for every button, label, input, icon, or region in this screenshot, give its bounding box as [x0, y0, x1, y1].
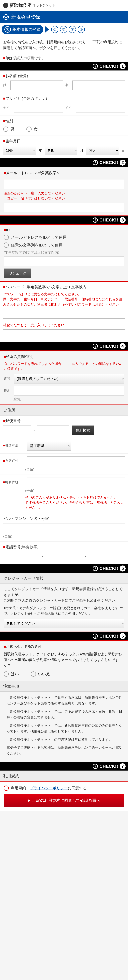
name-field: ■お名前 (全角) 姓 名	[0, 70, 128, 93]
check-badge-2: iCHECK!!2	[0, 158, 128, 167]
step-2: ②	[51, 26, 58, 33]
logo-icon	[3, 3, 8, 8]
page-title-bar: 新規会員登録	[0, 11, 128, 23]
step-1-active: ① 基本情報の登録	[2, 25, 43, 34]
notices-list: ・「新歌舞伎座ネットチケット」で販売する座席は、新歌舞伎座テレホン予約センター及…	[0, 692, 128, 762]
city-field: ■市区町村 (全角)	[0, 453, 128, 475]
firstname-input[interactable]	[73, 81, 125, 90]
gender-male-radio[interactable]: 男	[3, 127, 14, 132]
kana-field: ■フリガナ (全角カタカナ) セイ メイ	[0, 93, 128, 116]
page-title: 新規会員登録	[11, 14, 40, 20]
id-input[interactable]	[3, 256, 125, 266]
arrow-icon	[45, 26, 49, 33]
zip1-input[interactable]	[3, 426, 31, 435]
check-badge-4: iCHECK!!4	[0, 342, 128, 350]
birth-year-select[interactable]: 1984	[3, 146, 36, 155]
lastname-kana-input[interactable]	[14, 103, 63, 113]
secret-question-select[interactable]: (質問を選択してください)	[14, 374, 125, 383]
town-input[interactable]	[27, 477, 125, 487]
birth-day-select[interactable]: 選択	[86, 146, 119, 155]
zip-field: ■郵便番号 - 住所検索	[0, 415, 128, 438]
pref-field: ■都道府県都道府県	[0, 438, 128, 453]
agree-section: 利用規約、プライバシーポリシーに同意する 上記の利用規約に同意して確認画面へ	[0, 781, 128, 811]
checkbox-icon	[3, 786, 9, 791]
firstname-kana-input[interactable]	[76, 103, 125, 113]
birth-field: ■生年月日 1984年 選択月 選択日	[0, 136, 128, 158]
required-note: ■印は必須入力項目です。	[0, 54, 128, 62]
pr-yes-radio[interactable]: はい	[3, 671, 19, 677]
password-confirm-input[interactable]	[3, 329, 125, 339]
address-search-button[interactable]: 住所検索	[72, 426, 94, 435]
secret-section: ■秘密の質問/答え ID、パスワードを忘れてしまった場合に、ご本人であることの確…	[0, 350, 128, 405]
creditcard-section: クレジットカード情報 ここでクレジットカード情報を入力せずに新規会員登録を続ける…	[0, 573, 128, 632]
check-badge-1: iCHECK!!1	[0, 62, 128, 70]
prefecture-select[interactable]: 都道府県	[27, 441, 71, 450]
check-badge-6: iCHECK!!6	[0, 632, 128, 640]
agree-checkbox[interactable]: 利用規約、プライバシーポリシーに同意する	[3, 786, 125, 791]
brand-sub: ネットチケット	[33, 3, 55, 8]
tel2-input[interactable]	[46, 552, 82, 561]
id-section: ■ID メールアドレスをIDとして使用 任意の文字列をIDとして使用 (半角英数…	[0, 224, 128, 282]
secret-answer-input[interactable]	[14, 386, 125, 396]
notices-heading: 注意事項	[0, 681, 128, 692]
password-input[interactable]	[3, 309, 125, 318]
gender-female-radio[interactable]: 女	[27, 127, 38, 132]
id-opt-custom-radio[interactable]: 任意の文字列をIDとして使用	[3, 242, 125, 248]
submit-button[interactable]: 上記の利用規約に同意して確認画面へ	[3, 794, 125, 807]
building-field: ビル・マンション名・号室 (全角)	[0, 513, 128, 542]
zip2-input[interactable]	[37, 426, 69, 435]
city-input[interactable]	[27, 457, 125, 466]
birth-month-select[interactable]: 選択	[44, 146, 77, 155]
check-badge-5: iCHECK!!5	[0, 564, 128, 573]
id-check-button[interactable]: IDチェック	[3, 269, 31, 278]
chevron-down-icon	[3, 14, 9, 20]
building-input[interactable]	[3, 523, 125, 533]
id-opt-email-radio[interactable]: メールアドレスをIDとして使用	[3, 235, 125, 240]
tel1-input[interactable]	[3, 552, 40, 561]
town-field: ■町名番地 (全角) 番地のご入力がありませんとチケットをお届けできません。 必…	[0, 475, 128, 514]
lastname-input[interactable]	[10, 81, 63, 90]
intro-text: お客様の情報をご入力後、利用規約をお読みになり、「下記の利用規約に同意して確認画…	[0, 36, 128, 54]
agree-heading: 利用規約	[0, 770, 128, 781]
site-header: 新歌舞伎座 ネットチケット	[0, 0, 128, 11]
brand-main: 新歌舞伎座	[9, 2, 32, 8]
step-3: ③	[60, 26, 67, 33]
pr-section: ■お知らせ、PRの送付 新歌舞伎座ネットチケットがおすすめする公演や各種情報およ…	[0, 640, 128, 681]
pr-no-radio[interactable]: いいえ	[31, 671, 50, 677]
triangle-icon	[28, 799, 30, 802]
tel3-input[interactable]	[88, 552, 125, 561]
check-badge-3: iCHECK!!3	[0, 216, 128, 224]
password-field: ■パスワード (半角英数字で6文字以上16文字以内) パスワードはIDとは異なる…	[0, 282, 128, 342]
email-confirm-input[interactable]	[3, 203, 125, 212]
privacy-policy-link[interactable]: プライバシーポリシー	[30, 786, 68, 790]
email-input[interactable]	[3, 179, 125, 189]
tel-field: ■電話番号(半角数字) - -	[0, 542, 128, 564]
email-section: ■メールアドレス ＜半角英数字＞ 確認のためもう一度、入力してください。 （コピ…	[0, 167, 128, 216]
step-4: ④	[69, 26, 76, 33]
address-heading: ご住所	[0, 405, 128, 415]
gender-field: ■性別 男 女	[0, 116, 128, 136]
step-5: ⑤	[77, 26, 85, 33]
creditcard-select[interactable]: 選択してください	[3, 619, 125, 628]
step-indicator: ① 基本情報の登録 ② ③ ④ ⑤	[0, 23, 128, 36]
check-badge-7: iCHECK!!7	[0, 762, 128, 770]
